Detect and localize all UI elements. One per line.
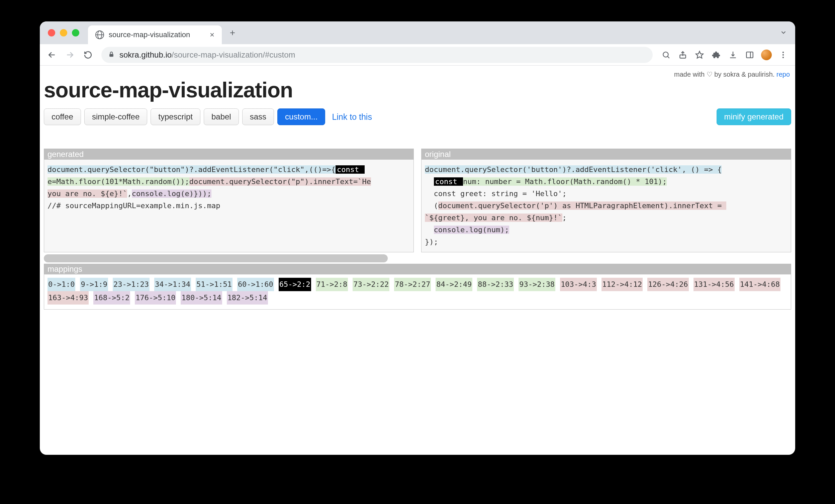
coffee-button[interactable]: coffee xyxy=(44,108,81,125)
tab-title: source-map-visualization xyxy=(109,31,190,39)
link-to-this[interactable]: Link to this xyxy=(332,112,372,122)
typescript-button[interactable]: typescript xyxy=(150,108,200,125)
svg-rect-8 xyxy=(746,52,753,58)
svg-line-4 xyxy=(667,56,669,58)
svg-point-11 xyxy=(782,54,784,55)
mapping-item[interactable]: 103->4:3 xyxy=(560,278,597,291)
mapping-item[interactable]: 126->4:26 xyxy=(647,278,689,291)
address-bar[interactable]: sokra.github.io/source-map-visualization… xyxy=(101,47,653,63)
profile-avatar[interactable] xyxy=(758,47,774,63)
side-panel-icon[interactable] xyxy=(742,47,758,63)
mapping-item[interactable]: 182->5:14 xyxy=(227,291,268,305)
generated-pane: generated document.querySelector("button… xyxy=(44,148,414,252)
extensions-icon[interactable] xyxy=(708,47,724,63)
mapping-item[interactable]: 0->1:0 xyxy=(47,278,75,291)
search-icon[interactable] xyxy=(658,47,674,63)
generated-header: generated xyxy=(44,149,413,160)
original-pane: original document.querySelector('button'… xyxy=(421,148,791,252)
custom-button[interactable]: custom... xyxy=(277,108,325,125)
mapping-item[interactable]: 93->2:38 xyxy=(518,278,555,291)
page-title: source-map-visualization xyxy=(44,78,791,102)
back-button[interactable] xyxy=(44,47,60,63)
url-text: sokra.github.io/source-map-visualization… xyxy=(119,50,296,60)
globe-icon xyxy=(95,31,104,39)
minimize-window-icon[interactable] xyxy=(60,29,67,37)
mapping-item[interactable]: 73->2:22 xyxy=(352,278,389,291)
svg-rect-2 xyxy=(109,54,114,57)
attribution: made with ♡ by sokra & paulirish. repo xyxy=(674,70,790,78)
tab-list-chevron-icon[interactable] xyxy=(780,29,787,38)
window-controls xyxy=(48,29,79,37)
mapping-item[interactable]: 71->2:8 xyxy=(316,278,348,291)
browser-toolbar: sokra.github.io/source-map-visualization… xyxy=(40,44,795,66)
toolbar-right xyxy=(658,47,791,63)
original-code: document.querySelector('button')?.addEve… xyxy=(422,160,791,252)
mappings-list[interactable]: 0->1:09->1:923->1:2334->1:3451->1:5160->… xyxy=(44,275,791,309)
mapping-item[interactable]: 65->2:2 xyxy=(279,278,311,291)
svg-marker-6 xyxy=(696,51,703,58)
mapping-item[interactable]: 112->4:12 xyxy=(602,278,643,291)
mapping-item[interactable]: 176->5:10 xyxy=(135,291,176,305)
mapping-item[interactable]: 88->2:33 xyxy=(477,278,514,291)
page-content: made with ♡ by sokra & paulirish. repo s… xyxy=(40,66,795,455)
mapping-item[interactable]: 9->1:9 xyxy=(80,278,108,291)
mapping-item[interactable]: 51->1:51 xyxy=(196,278,232,291)
controls-row: coffee simple-coffee typescript babel sa… xyxy=(44,108,791,125)
generated-code: document.querySelector("button")?.addEve… xyxy=(44,160,413,216)
mapping-item[interactable]: 180->5:14 xyxy=(181,291,222,305)
mapping-item[interactable]: 141->4:68 xyxy=(739,278,780,291)
mapping-item[interactable]: 78->2:27 xyxy=(394,278,431,291)
browser-window: source-map-visualization × + sokra.githu… xyxy=(40,21,795,455)
close-tab-icon[interactable]: × xyxy=(210,30,215,40)
close-window-icon[interactable] xyxy=(48,29,55,37)
lock-icon xyxy=(108,50,115,60)
mappings-pane: mappings 0->1:09->1:923->1:2334->1:3451-… xyxy=(44,264,791,309)
mapping-item[interactable]: 84->2:49 xyxy=(435,278,472,291)
simple-coffee-button[interactable]: simple-coffee xyxy=(84,108,147,125)
tab-strip: source-map-visualization × + xyxy=(40,21,795,44)
forward-button[interactable] xyxy=(62,47,78,63)
reload-button[interactable] xyxy=(80,47,96,63)
fullscreen-window-icon[interactable] xyxy=(72,29,79,37)
mapping-item[interactable]: 34->1:34 xyxy=(154,278,191,291)
mapping-item[interactable]: 163->4:93 xyxy=(47,291,89,305)
mapping-item[interactable]: 60->1:60 xyxy=(237,278,274,291)
horizontal-scrollbar[interactable] xyxy=(44,254,791,262)
browser-tab[interactable]: source-map-visualization × xyxy=(88,25,222,44)
share-icon[interactable] xyxy=(675,47,691,63)
menu-icon[interactable] xyxy=(775,47,791,63)
minify-generated-button[interactable]: minify generated xyxy=(717,108,791,125)
downloads-icon[interactable] xyxy=(725,47,741,63)
svg-point-10 xyxy=(782,52,784,53)
star-icon[interactable] xyxy=(691,47,708,63)
original-header: original xyxy=(422,149,791,160)
babel-button[interactable]: babel xyxy=(204,108,239,125)
mapping-item[interactable]: 131->4:56 xyxy=(693,278,735,291)
svg-point-3 xyxy=(663,52,668,57)
svg-point-12 xyxy=(782,57,784,58)
mapping-item[interactable]: 23->1:23 xyxy=(113,278,149,291)
repo-link[interactable]: repo xyxy=(776,70,790,78)
mappings-header: mappings xyxy=(44,264,791,275)
new-tab-button[interactable]: + xyxy=(225,25,240,40)
original-code-area[interactable]: document.querySelector('button')?.addEve… xyxy=(422,160,791,252)
mapping-item[interactable]: 168->5:2 xyxy=(93,291,130,305)
sass-button[interactable]: sass xyxy=(242,108,274,125)
generated-code-area[interactable]: document.querySelector("button")?.addEve… xyxy=(44,160,413,216)
